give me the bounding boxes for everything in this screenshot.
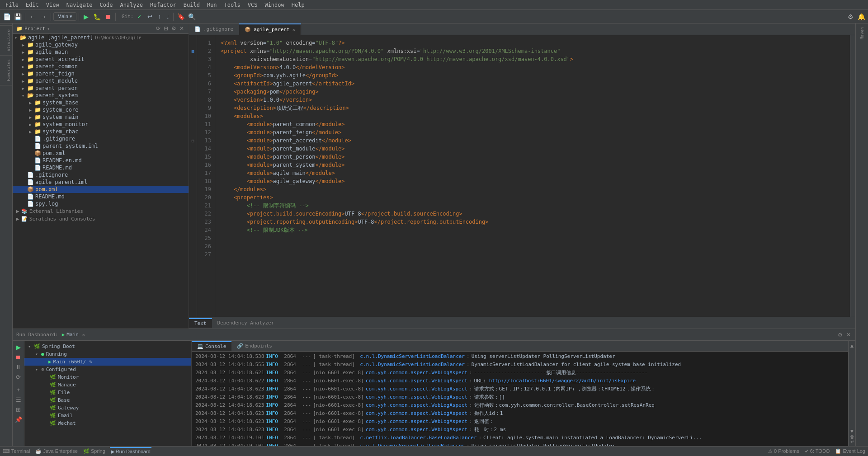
stop-btn[interactable]: ⏹ [103, 12, 113, 22]
service-monitor[interactable]: 🌿 Monitor [24, 373, 191, 381]
tree-item-system-base[interactable]: ▶ 📁 system_base [13, 99, 189, 106]
spring-boot-section[interactable]: ▾ 🌿 Spring Boot [24, 343, 191, 350]
service-wechat[interactable]: 🌿 Wechat [24, 419, 191, 427]
tab-dependency-analyzer[interactable]: Dependency Analyzer [212, 319, 280, 327]
tree-item-parent-feign[interactable]: ▶ 📁 parent_feign [13, 70, 189, 77]
run-main-tab[interactable]: ▶ Main ✕ [62, 332, 85, 338]
tree-item-spy-log[interactable]: ▶ 📄 spy.log [13, 200, 189, 207]
tree-item-gitignore2[interactable]: ▶ 📄 .gitignore [13, 135, 189, 142]
menu-run[interactable]: Run [203, 1, 221, 9]
run-filter-btn[interactable]: ☰ [14, 395, 23, 404]
tree-item-system-monitor[interactable]: ▶ 📁 system_monitor [13, 121, 189, 128]
menu-edit[interactable]: Edit [22, 1, 42, 9]
external-libraries-item[interactable]: ▶ 📚 External Libraries [13, 207, 189, 215]
menu-help[interactable]: Help [288, 1, 308, 9]
tree-item-system-rbac[interactable]: ▶ 📁 system_rbac [13, 128, 189, 135]
tree-item-pom-xml2[interactable]: ▶ 📦 pom.xml [13, 150, 189, 157]
tab-gitignore[interactable]: 📄 .gitignore [189, 24, 239, 35]
back-btn[interactable]: ← [28, 12, 38, 22]
git-pull-btn[interactable]: ↓ [165, 12, 171, 21]
event-log-tab[interactable]: 📋 Event Log [834, 447, 866, 455]
tree-item-readme-en[interactable]: ▶ 📄 README.en.md [13, 157, 189, 164]
gutter-fold-12[interactable]: ⊟ [189, 136, 197, 145]
service-email[interactable]: 🌿 Email [24, 412, 191, 419]
menu-analyze[interactable]: Analyze [116, 1, 146, 9]
tree-close-btn[interactable]: ✕ [179, 25, 185, 32]
tree-item-parent-system[interactable]: ▾ 📂 parent_system [13, 92, 189, 99]
tree-item-parent-common[interactable]: ▶ 📁 parent_common [13, 63, 189, 70]
tab-text[interactable]: Text [189, 318, 212, 328]
tree-item-readme-root[interactable]: ▶ 📄 README.md [13, 193, 189, 200]
tree-item-parent-module[interactable]: ▶ 📁 parent_module [13, 77, 189, 85]
console-tab[interactable]: 💻 Console [192, 341, 231, 351]
tree-item-agile-parent-iml[interactable]: ▶ 📄 agile_parent.iml [13, 179, 189, 186]
notifications-btn[interactable]: 🔔 [856, 12, 866, 22]
tree-item-pom-xml-root[interactable]: ▶ 📦 pom.xml [13, 186, 189, 193]
tree-item-agile-gateway[interactable]: ▶ 📁 agile_gateway [13, 41, 189, 48]
bookmark-btn[interactable]: 🔖 [176, 12, 186, 22]
branch-selector[interactable]: Main ▾ [53, 12, 76, 21]
menu-navigate[interactable]: Navigate [63, 1, 96, 9]
bottom-close-btn[interactable]: ✕ [845, 331, 852, 339]
service-manage[interactable]: 🌿 Manage [24, 381, 191, 389]
save-btn[interactable]: 💾 [13, 12, 23, 22]
service-base[interactable]: 🌿 Base [24, 396, 191, 404]
configured-section[interactable]: ▾ ⚙ Configured [24, 366, 191, 373]
favorites-tab[interactable]: Favorites [0, 55, 13, 85]
structure-tab[interactable]: Structure [0, 25, 13, 55]
code-editor[interactable]: <?xml version="1.0" encoding="UTF-8"?> <… [215, 35, 850, 317]
settings-btn[interactable]: ⚙ [845, 12, 855, 22]
menu-window[interactable]: Window [261, 1, 288, 9]
main-entry-item[interactable]: ▶ ▶ Main :6601/ ✎ [24, 358, 191, 366]
debug-btn[interactable]: 🐛 [92, 12, 102, 22]
tree-settings-btn[interactable]: ⚙ [170, 25, 177, 32]
run-restart-btn[interactable]: ⟳ [14, 372, 23, 381]
terminal-tab[interactable]: ⌨ Terminal [2, 447, 31, 455]
wrap-text-btn[interactable]: ↵ [849, 439, 856, 444]
gutter-fold-icon-2[interactable]: ⊞ [189, 47, 197, 55]
maven-tab[interactable]: Maven [858, 24, 866, 43]
menu-code[interactable]: Code [96, 1, 117, 9]
agile-parent-tab-close[interactable]: ✕ [292, 27, 295, 32]
scroll-down-btn[interactable]: ▼ [849, 428, 856, 434]
tab-agile-parent[interactable]: 📦 agile_parent ✕ [239, 24, 301, 35]
service-file[interactable]: 🌿 File [24, 389, 191, 396]
tree-item-parent-system-iml[interactable]: ▶ 📄 parent_system.iml [13, 142, 189, 150]
problems-tab[interactable]: ⚠ 0 Problems [767, 447, 800, 455]
run-tab-close-icon[interactable]: ✕ [82, 332, 85, 337]
run-dashboard-tab[interactable]: ▶ Run Dashboard [110, 447, 151, 456]
git-push-btn[interactable]: ↑ [156, 12, 163, 21]
tree-item-agile-main[interactable]: ▶ 📁 agile_main [13, 48, 189, 56]
forward-btn[interactable]: → [38, 12, 48, 22]
scratches-item[interactable]: ▶ 📝 Scratches and Consoles [13, 215, 189, 223]
run-pause-btn[interactable]: ⏸ [14, 362, 23, 371]
log-url-link[interactable]: http://localhost:6601/swagger2/auth/init… [489, 378, 636, 384]
running-section[interactable]: ▾ ● Running [24, 350, 191, 358]
menu-refactor[interactable]: Refactor [146, 1, 180, 9]
bottom-settings-btn[interactable]: ⚙ [837, 331, 844, 339]
menu-file[interactable]: File [2, 1, 22, 9]
menu-view[interactable]: View [42, 1, 63, 9]
tree-collapse-btn[interactable]: ⊟ [163, 25, 169, 32]
run-btn[interactable]: ▶ [81, 12, 91, 22]
todo-tab[interactable]: ✔ 6: TODO [804, 447, 831, 455]
endpoints-tab[interactable]: 🔗 Endpoints [231, 342, 278, 350]
tree-sync-btn[interactable]: ⟳ [155, 25, 161, 32]
tree-item-system-main[interactable]: ▶ 📁 system_main [13, 113, 189, 121]
tree-item-system-core[interactable]: ▶ 📁 system_core [13, 106, 189, 113]
run-start-btn[interactable]: ▶ [14, 343, 23, 352]
run-stop-btn[interactable]: ⏹ [14, 353, 23, 362]
run-add-btn[interactable]: + [14, 385, 23, 394]
tree-item-readme-md2[interactable]: ▶ 📄 README.md [13, 164, 189, 171]
git-check-btn[interactable]: ✓ [135, 12, 144, 21]
tree-item-gitignore-root[interactable]: ▶ 📄 .gitignore [13, 171, 189, 179]
tree-item-parent-accredit[interactable]: ▶ 📁 parent_accredit [13, 56, 189, 63]
ant-tab[interactable] [0, 85, 13, 93]
service-gateway[interactable]: 🌿 Gateway [24, 404, 191, 412]
menu-build[interactable]: Build [180, 1, 203, 9]
menu-tools[interactable]: Tools [221, 1, 244, 9]
java-enterprise-tab[interactable]: ☕ Java Enterprise [34, 447, 79, 455]
run-layout-btn[interactable]: ⊞ [14, 405, 23, 414]
tree-root[interactable]: ▾ 📂 agile [agile_parent] D:\Works\00\agi… [13, 34, 189, 41]
search-btn[interactable]: 🔍 [187, 12, 197, 22]
